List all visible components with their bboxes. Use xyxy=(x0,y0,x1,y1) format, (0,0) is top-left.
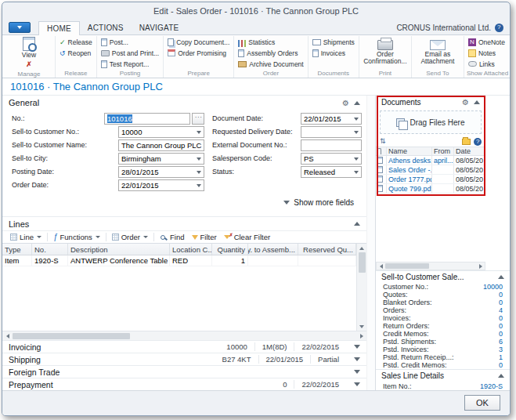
dropdown-icon[interactable] xyxy=(197,131,201,134)
drilldown-link[interactable]: 0 xyxy=(499,299,503,306)
pane-splitter[interactable] xyxy=(366,96,375,390)
drilldown-link[interactable]: 6 xyxy=(499,338,503,346)
sell-to-customer-no-input[interactable]: 10000 xyxy=(118,126,204,138)
dropdown-icon[interactable] xyxy=(197,171,201,174)
column-header[interactable]: Date xyxy=(454,147,485,155)
ok-button[interactable]: OK xyxy=(464,395,500,411)
delete-button[interactable] xyxy=(5,60,52,70)
sort-icon[interactable] xyxy=(380,138,386,145)
onenote-button[interactable]: OneNote xyxy=(467,37,508,47)
column-header[interactable]: Reserved Qu... xyxy=(298,244,356,255)
fasttab-general-header[interactable]: General xyxy=(2,96,366,110)
dropdown-icon[interactable] xyxy=(354,131,359,134)
collapse-icon[interactable] xyxy=(354,101,360,105)
document-row[interactable]: Athens desks... april... 08/05/20 xyxy=(376,156,485,165)
column-header[interactable]: From xyxy=(432,147,454,155)
scrollbar-thumb[interactable] xyxy=(13,333,130,339)
grid-empty-area[interactable] xyxy=(2,266,356,331)
shipments-button[interactable]: Shipments xyxy=(311,37,356,47)
documents-horizontal-scrollbar[interactable] xyxy=(376,262,485,270)
scrollbar-thumb[interactable] xyxy=(359,252,366,273)
clear-filter-button[interactable]: Clear Filter xyxy=(221,231,273,243)
dropdown-icon[interactable] xyxy=(354,158,359,161)
collapse-icon[interactable] xyxy=(474,100,480,104)
expand-icon[interactable] xyxy=(354,345,360,349)
functions-menu-button[interactable]: Functions xyxy=(50,231,103,243)
release-button[interactable]: Release xyxy=(58,37,94,47)
dropdown-icon[interactable] xyxy=(197,184,201,187)
drag-files-dropzone[interactable]: Drag Files Here xyxy=(380,110,482,134)
column-header[interactable]: Description xyxy=(68,244,170,255)
column-header[interactable]: Location C... xyxy=(170,244,212,255)
sell-to-customer-name-input[interactable]: The Cannon Group PLC xyxy=(118,139,204,151)
find-button[interactable]: Find xyxy=(157,231,187,243)
drilldown-link[interactable]: 0 xyxy=(499,330,503,338)
no-input[interactable]: 101016 xyxy=(104,113,190,125)
drilldown-link[interactable]: 1920-S xyxy=(480,382,503,390)
post-and-print-button[interactable]: Post and Print... xyxy=(99,48,161,58)
documents-panel-header[interactable]: Documents xyxy=(376,96,485,108)
scroll-down-arrow[interactable] xyxy=(357,322,366,331)
table-row[interactable]: Item 1920-S ANTWERP Conference Table RED… xyxy=(2,255,356,266)
tab-navigate[interactable]: NAVIGATE xyxy=(132,21,187,34)
app-menu-button[interactable] xyxy=(9,22,31,33)
column-header[interactable]: Type xyxy=(2,244,32,255)
column-header[interactable]: Quantity xyxy=(212,244,248,255)
sell-to-city-input[interactable]: Birmingham xyxy=(118,153,204,165)
column-header[interactable]: Name xyxy=(387,147,432,155)
scroll-left-arrow[interactable] xyxy=(2,331,13,340)
expand-icon[interactable] xyxy=(354,370,360,374)
order-promising-button[interactable]: Order Promising xyxy=(166,48,231,58)
actions-icon[interactable] xyxy=(342,98,349,107)
view-button[interactable]: View xyxy=(5,37,52,59)
customer-panel-header[interactable]: Sell-to Customer Sale... xyxy=(376,270,510,283)
fasttab-shipping[interactable]: Shipping B27 4KT 22/01/2015 Partial xyxy=(2,353,366,365)
archive-document-button[interactable]: Archive Document xyxy=(236,59,305,69)
assembly-orders-button[interactable]: Assembly Orders xyxy=(236,48,305,58)
lines-horizontal-scrollbar[interactable] xyxy=(2,331,366,340)
email-as-attachment-button[interactable]: Email as Attachment xyxy=(414,37,461,65)
drilldown-link[interactable]: 10000 xyxy=(483,283,503,291)
collapse-icon[interactable] xyxy=(354,222,360,226)
invoices-button[interactable]: Invoices xyxy=(311,48,356,58)
order-menu-button[interactable]: Order xyxy=(109,231,151,243)
links-button[interactable]: Links xyxy=(467,59,508,69)
fasttab-prepayment[interactable]: Prepayment 0 22/02/2015 xyxy=(2,378,366,390)
requested-delivery-date-input[interactable] xyxy=(301,126,362,138)
drilldown-link[interactable]: 0 xyxy=(499,314,503,322)
drilldown-link[interactable]: 0 xyxy=(499,361,503,369)
scroll-right-arrow[interactable] xyxy=(356,331,366,340)
help-icon[interactable] xyxy=(474,138,482,146)
drilldown-link[interactable]: 3 xyxy=(499,346,503,353)
scroll-up-arrow[interactable] xyxy=(357,244,366,252)
filter-button[interactable]: Filter xyxy=(189,231,220,243)
tab-actions[interactable]: ACTIONS xyxy=(80,21,132,34)
fasttab-foreign-trade[interactable]: Foreign Trade xyxy=(2,365,366,378)
copy-document-button[interactable]: Copy Document... xyxy=(166,37,231,47)
column-header[interactable]: Qty. to Assemb... xyxy=(248,244,298,255)
collapse-icon[interactable] xyxy=(498,275,504,279)
show-more-fields-link[interactable]: Show more fields xyxy=(2,197,366,210)
drilldown-link[interactable]: 0 xyxy=(499,291,503,299)
drilldown-link[interactable]: 1 xyxy=(499,353,503,361)
order-date-input[interactable]: 22/01/2015 xyxy=(118,179,204,191)
dropdown-icon[interactable] xyxy=(197,158,201,161)
reopen-button[interactable]: Reopen xyxy=(58,48,94,58)
folder-icon[interactable] xyxy=(462,139,471,145)
statistics-button[interactable]: Statistics xyxy=(236,37,305,47)
notes-button[interactable]: Notes xyxy=(467,48,508,58)
document-row[interactable]: Quote 799.pdf 08/05/20 xyxy=(376,184,485,194)
collapse-icon[interactable] xyxy=(498,374,504,378)
post-button[interactable]: Post... xyxy=(99,37,161,47)
test-report-button[interactable]: Test Report... xyxy=(99,59,161,69)
document-row[interactable]: Order 1777.pdf 08/05/20 xyxy=(376,175,485,184)
status-select[interactable]: Released xyxy=(301,166,362,178)
external-document-no-input[interactable] xyxy=(301,139,362,151)
scroll-left-arrow[interactable] xyxy=(377,262,385,270)
lines-vertical-scrollbar[interactable] xyxy=(356,244,366,331)
document-date-input[interactable]: 22/01/2015 xyxy=(301,113,362,125)
tab-home[interactable]: HOME xyxy=(38,21,80,35)
sales-line-details-header[interactable]: Sales Line Details xyxy=(376,369,510,382)
expand-icon[interactable] xyxy=(354,382,360,386)
document-row[interactable]: Sales Order -... 08/05/20 xyxy=(376,165,485,175)
